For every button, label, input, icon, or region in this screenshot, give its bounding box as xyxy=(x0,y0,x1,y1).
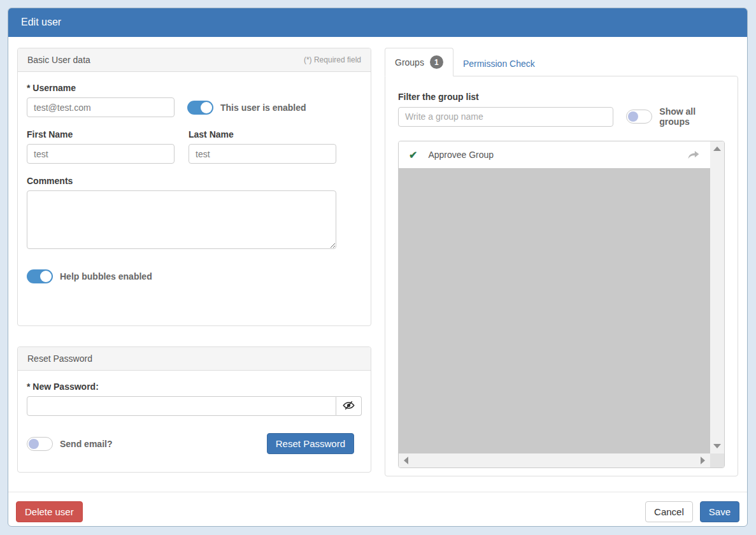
comments-label: Comments xyxy=(27,176,362,186)
toggle-knob xyxy=(628,111,638,122)
comments-textarea[interactable] xyxy=(27,190,336,249)
cancel-button[interactable]: Cancel xyxy=(645,501,693,522)
group-name: Approvee Group xyxy=(428,150,494,160)
first-name-input[interactable] xyxy=(27,144,175,164)
last-name-label: Last Name xyxy=(189,129,336,139)
delete-user-button[interactable]: Delete user xyxy=(16,501,83,522)
reset-panel-body: * New Password: xyxy=(18,371,371,465)
group-row[interactable]: ✔ Approvee Group xyxy=(399,141,710,168)
basic-user-data-panel: Basic User data (*) Required field * Use… xyxy=(17,48,371,326)
filter-group-label: Filter the group list xyxy=(398,92,725,102)
reset-panel-title: Reset Password xyxy=(27,353,92,364)
dialog-body: Basic User data (*) Required field * Use… xyxy=(8,37,747,476)
dialog-footer: Delete user Cancel Save xyxy=(8,492,747,527)
show-all-groups-toggle[interactable] xyxy=(626,110,652,124)
checkmark-icon: ✔ xyxy=(409,149,417,161)
basic-panel-header: Basic User data (*) Required field xyxy=(18,48,371,72)
group-list-content: ✔ Approvee Group xyxy=(399,141,710,453)
basic-panel-title: Basic User data xyxy=(27,55,90,65)
groups-tabs: Groups 1 Permission Check xyxy=(385,48,738,76)
required-field-note: (*) Required field xyxy=(304,55,361,64)
first-name-field: First Name xyxy=(27,129,175,164)
show-password-button[interactable] xyxy=(336,396,362,416)
left-column: Basic User data (*) Required field * Use… xyxy=(17,48,371,476)
dialog-title: Edit user xyxy=(8,8,747,37)
save-button[interactable]: Save xyxy=(700,501,739,522)
user-enabled-label: This user is enabled xyxy=(220,103,306,113)
scroll-down-icon[interactable] xyxy=(713,444,721,448)
tab-permission-check[interactable]: Permission Check xyxy=(453,52,545,76)
edit-user-dialog: Edit user Basic User data (*) Required f… xyxy=(8,8,748,527)
reset-password-button[interactable]: Reset Password xyxy=(267,433,354,454)
scrollbar-corner xyxy=(710,453,724,467)
group-list: ✔ Approvee Group xyxy=(398,141,725,468)
groups-tab-panel: Filter the group list Show all groups ✔ … xyxy=(385,76,738,476)
scroll-up-icon[interactable] xyxy=(713,146,721,151)
scroll-left-icon[interactable] xyxy=(404,457,408,464)
new-password-label: * New Password: xyxy=(27,382,362,392)
scroll-right-icon[interactable] xyxy=(701,457,705,464)
last-name-field: Last Name xyxy=(189,129,336,164)
reset-password-panel: Reset Password * New Password: xyxy=(17,346,371,473)
username-label: * Username xyxy=(27,83,362,93)
basic-panel-body: * Username This user is enabled First Na… xyxy=(18,72,371,294)
send-email-label: Send email? xyxy=(60,439,112,449)
tab-groups[interactable]: Groups 1 xyxy=(385,48,453,76)
group-filter-input[interactable] xyxy=(398,107,613,127)
send-email-toggle[interactable] xyxy=(27,437,53,451)
reset-panel-header: Reset Password xyxy=(18,347,371,371)
toggle-knob xyxy=(29,439,39,449)
show-all-groups-label: Show all groups xyxy=(659,106,725,127)
help-bubbles-label: Help bubbles enabled xyxy=(60,271,152,282)
last-name-input[interactable] xyxy=(189,144,336,164)
right-column: Groups 1 Permission Check Filter the gro… xyxy=(385,48,738,476)
user-enabled-toggle[interactable] xyxy=(187,101,213,115)
eye-slash-icon xyxy=(343,399,355,413)
help-bubbles-toggle[interactable] xyxy=(27,269,53,283)
toggle-knob xyxy=(40,271,52,282)
tab-permission-check-label: Permission Check xyxy=(463,59,535,69)
share-arrow-icon[interactable] xyxy=(687,150,700,160)
first-name-label: First Name xyxy=(27,129,175,139)
username-input[interactable] xyxy=(27,97,175,117)
tab-groups-label: Groups xyxy=(395,57,424,68)
toggle-knob xyxy=(201,102,212,113)
new-password-input[interactable] xyxy=(27,396,336,416)
horizontal-scrollbar[interactable] xyxy=(399,453,710,467)
groups-count-badge: 1 xyxy=(430,55,443,69)
vertical-scrollbar[interactable] xyxy=(710,141,724,453)
